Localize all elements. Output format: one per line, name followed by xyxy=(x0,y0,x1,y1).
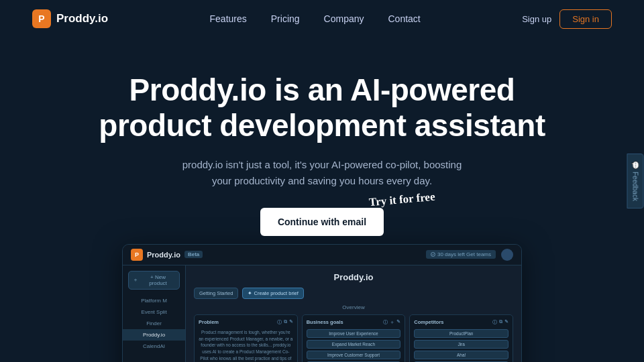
beta-badge: Beta xyxy=(184,251,203,258)
edit-icon[interactable]: ✎ xyxy=(396,319,400,326)
create-brief-button[interactable]: ✦ Create product brief xyxy=(242,288,303,299)
app-name-sm: Proddy.io xyxy=(147,251,180,259)
plus-icon: ＋ xyxy=(133,276,138,284)
business-goals-card: Business goals ⓘ ＋ ✎ Improve User Experi… xyxy=(302,314,406,362)
copy-icon[interactable]: ⧉ xyxy=(284,319,287,326)
signup-button[interactable]: Sign up xyxy=(522,14,551,24)
info-icon: ⓘ xyxy=(492,319,497,326)
feedback-label: Feedback xyxy=(632,172,639,201)
add-icon[interactable]: ＋ xyxy=(390,319,394,326)
tag-improve-support: Improve Customer Support xyxy=(307,351,401,359)
nav-link-company[interactable]: Company xyxy=(324,13,364,24)
copy-icon[interactable]: ⧉ xyxy=(499,319,502,326)
logo[interactable]: P Proddy.io xyxy=(32,9,108,28)
getting-started-button[interactable]: Getting Started xyxy=(194,288,238,299)
nav-link-contact[interactable]: Contact xyxy=(388,13,421,24)
tag-improve-ux: Improve User Experience xyxy=(307,329,401,338)
hero-title: Proddy.io is an AI-powered product devel… xyxy=(94,72,550,143)
app-main: Proddy.io Getting Started ✦ Create produ… xyxy=(186,265,521,362)
nav-actions: Sign up Sign in xyxy=(522,9,612,29)
info-icon: ⓘ xyxy=(277,319,282,326)
edit-icon[interactable]: ✎ xyxy=(289,319,293,326)
app-topbar-right: 30 days left Get teams xyxy=(426,249,513,261)
tag-aha: Aha! xyxy=(414,351,508,359)
cards-row: Problem ⓘ ⧉ ✎ Product management is toug… xyxy=(194,314,513,362)
app-body: ＋ + New product Platform M Event Split F… xyxy=(123,265,521,362)
problem-card-icons: ⓘ ⧉ ✎ xyxy=(277,319,293,326)
sparkle-icon: ✦ xyxy=(248,290,254,296)
app-main-title: Proddy.io xyxy=(194,272,513,282)
hero-subtitle: proddy.io isn't just a tool, it's your A… xyxy=(181,157,463,189)
trial-badge: 30 days left Get teams xyxy=(426,250,496,259)
feedback-icon: 💬 xyxy=(632,161,639,169)
app-action-row: Getting Started ✦ Create product brief xyxy=(194,288,513,299)
nav-links: Features Pricing Company Contact xyxy=(210,13,421,24)
tag-productplan: ProductPlan xyxy=(414,329,508,338)
tag-jira: Jira xyxy=(414,340,508,349)
business-goals-title: Business goals ⓘ ＋ ✎ xyxy=(307,319,401,326)
sidebar-item-platform[interactable]: Platform M xyxy=(123,295,185,306)
competitors-icons: ⓘ ⧉ ✎ xyxy=(492,319,508,326)
try-free-annotation: Try it for free xyxy=(368,190,435,210)
info-icon: ⓘ xyxy=(383,319,388,326)
problem-card-text: Product management is tough, whether you… xyxy=(199,329,293,362)
problem-card-title: Problem ⓘ ⧉ ✎ xyxy=(199,319,293,326)
edit-icon[interactable]: ✎ xyxy=(504,319,508,326)
sidebar-item-proddy[interactable]: Proddy.io xyxy=(123,329,185,341)
app-preview: P Proddy.io Beta 30 days left Get teams … xyxy=(122,244,522,362)
app-sidebar: ＋ + New product Platform M Event Split F… xyxy=(123,265,186,362)
tag-expand-market: Expand Market Reach xyxy=(307,340,401,349)
business-goals-icons: ⓘ ＋ ✎ xyxy=(383,319,400,326)
signin-button[interactable]: Sign in xyxy=(559,9,612,29)
nav-link-features[interactable]: Features xyxy=(210,13,247,24)
new-product-button[interactable]: ＋ + New product xyxy=(128,271,180,290)
feedback-tab[interactable]: 💬 Feedback xyxy=(627,154,644,208)
arrow-icon xyxy=(363,219,388,233)
logo-icon: P xyxy=(32,9,51,28)
navbar: P Proddy.io Features Pricing Company Con… xyxy=(0,0,644,38)
user-avatar[interactable] xyxy=(501,249,513,261)
competitors-card: Competitors ⓘ ⧉ ✎ ProductPlan Jira Aha! … xyxy=(409,314,513,362)
nav-link-pricing[interactable]: Pricing xyxy=(271,13,300,24)
app-logo-sm: P xyxy=(131,249,143,261)
problem-card: Problem ⓘ ⧉ ✎ Product management is toug… xyxy=(194,314,298,362)
app-topbar-left: P Proddy.io Beta xyxy=(131,249,203,261)
sidebar-item-calendai[interactable]: CalendAI xyxy=(123,341,185,352)
logo-text: Proddy.io xyxy=(56,12,108,25)
hero-section: Proddy.io is an AI-powered product devel… xyxy=(0,38,644,362)
competitors-title: Competitors ⓘ ⧉ ✎ xyxy=(414,319,508,326)
sidebar-item-finder[interactable]: Finder xyxy=(123,318,185,329)
overview-label: Overview xyxy=(194,304,513,310)
app-topbar: P Proddy.io Beta 30 days left Get teams xyxy=(123,245,521,265)
check-icon xyxy=(431,252,435,257)
sidebar-item-eventsplit[interactable]: Event Split xyxy=(123,306,185,318)
hero-cta-row: Continue with email Try it for free xyxy=(260,208,384,236)
